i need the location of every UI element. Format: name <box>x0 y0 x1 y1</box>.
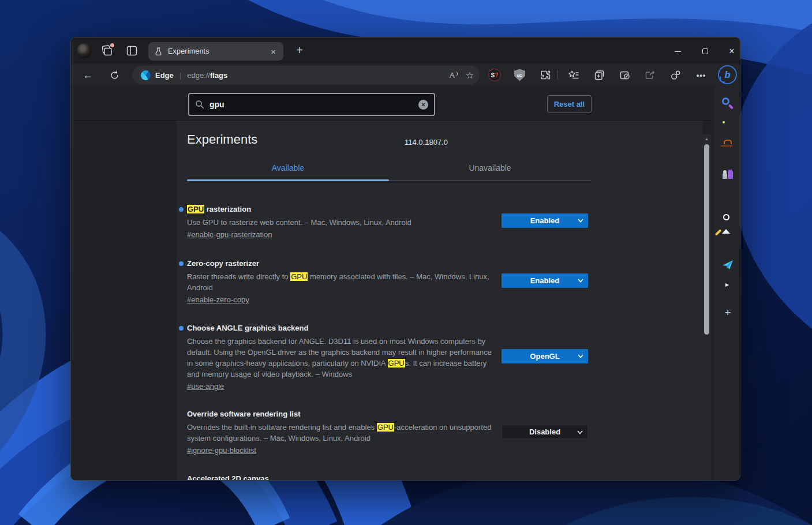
tab-close-icon[interactable]: × <box>269 47 278 56</box>
ublock-origin-icon[interactable]: uO <box>514 67 525 83</box>
flag-value-select[interactable]: Enabled <box>502 273 588 288</box>
browser-essentials-button[interactable] <box>667 67 684 83</box>
scrollbar-thumb[interactable] <box>704 144 709 335</box>
clear-search-icon[interactable]: × <box>418 100 428 110</box>
sidebar-outlook-icon[interactable] <box>714 210 740 227</box>
settings-more-button[interactable]: ••• <box>693 67 710 83</box>
tab-strip: Experiments × + × <box>71 38 740 64</box>
flag-permalink[interactable]: #enable-zero-copy <box>187 295 249 304</box>
tab-experiments[interactable]: Experiments × <box>148 42 283 61</box>
favorite-star-icon[interactable]: ☆ <box>466 70 474 81</box>
search-input[interactable] <box>209 100 418 109</box>
flag-title: Zero-copy rasterizer <box>187 258 493 269</box>
sidebar-drop-icon[interactable] <box>714 256 740 273</box>
window-maximize-button[interactable] <box>697 44 714 58</box>
sidebar-tools-icon[interactable] <box>714 141 740 158</box>
tab-unavailable[interactable]: Unavailable <box>389 163 591 172</box>
flag-permalink[interactable]: #use-angle <box>187 382 224 391</box>
unavailable-tab-underline <box>389 181 591 181</box>
chevron-down-icon <box>577 430 583 434</box>
reset-all-button[interactable]: Reset all <box>547 95 592 113</box>
sidebar-add-button[interactable]: + <box>714 304 740 321</box>
search-icon <box>195 100 204 109</box>
web-capture-button[interactable] <box>616 67 634 83</box>
sidebar-microsoft365-icon[interactable] <box>714 187 740 204</box>
flag-modified-dot <box>179 261 184 266</box>
toolbar-separator <box>557 70 558 80</box>
flag-description: Overrides the built-in software renderin… <box>187 422 493 444</box>
sidebar-shopping-icon[interactable] <box>714 118 740 135</box>
flag-description: Choose the graphics backend for ANGLE. D… <box>187 336 493 380</box>
browser-window: Experiments × + × ← Edge | edge:// <box>70 37 740 481</box>
edge-logo-icon <box>141 70 151 80</box>
flags-page: × Reset all Experiments 114.0.1807.0 Ava… <box>71 86 711 481</box>
workspaces-notification-dot <box>110 43 114 47</box>
flag-value-select[interactable]: OpenGL <box>502 349 588 363</box>
url-scheme: edge:// <box>187 71 210 80</box>
favorites-button[interactable] <box>565 67 582 83</box>
sidebar-search-icon[interactable] <box>714 95 740 112</box>
flags-content: Experiments 114.0.1807.0 Available Unava… <box>177 121 702 481</box>
flask-icon <box>154 47 163 56</box>
flag-title: GPU rasterization <box>187 204 493 215</box>
site-label: Edge <box>155 71 174 80</box>
flag-title: Choose ANGLE graphics backend <box>187 323 493 333</box>
profile-avatar[interactable] <box>77 43 92 58</box>
tab-title: Experiments <box>168 47 269 55</box>
share-button[interactable] <box>642 67 659 83</box>
address-separator: | <box>179 71 181 80</box>
flags-search-box[interactable]: × <box>188 93 435 116</box>
sidebar-youtube-icon[interactable] <box>714 279 740 297</box>
tab-actions-icon[interactable] <box>126 46 137 56</box>
page-title: Experiments <box>187 132 257 147</box>
scroll-up-icon[interactable]: ▲ <box>702 137 711 141</box>
chevron-down-icon <box>578 219 583 223</box>
chevron-down-icon <box>578 354 583 358</box>
desktop: Experiments × + × ← Edge | edge:// <box>0 0 812 525</box>
window-close-button[interactable]: × <box>723 44 740 58</box>
flag-title: Accelerated 2D canvas <box>187 474 493 481</box>
flag-title: Override software rendering list <box>187 409 493 419</box>
sidebar-image-creator-icon[interactable] <box>714 233 740 250</box>
flag-permalink[interactable]: #ignore-gpu-blocklist <box>187 446 256 455</box>
new-tab-button[interactable]: + <box>291 43 308 59</box>
read-aloud-icon[interactable]: A <box>450 71 458 80</box>
browser-version: 114.0.1807.0 <box>405 138 448 147</box>
browser-toolbar: ← Edge | edge:// flags A ☆ S? <box>71 64 740 86</box>
flag-description: Raster threads write directly to GPU mem… <box>187 271 493 293</box>
available-tab-underline <box>187 179 389 181</box>
flag-description: Use GPU to rasterize web content. – Mac,… <box>187 217 493 228</box>
tab-available[interactable]: Available <box>187 163 389 172</box>
refresh-button[interactable] <box>105 66 124 84</box>
flags-search-header: × Reset all <box>71 86 711 121</box>
page-scrollbar[interactable]: ▲ ▼ <box>702 134 711 481</box>
flag-modified-dot <box>179 207 184 212</box>
flag-value-select[interactable]: Enabled <box>502 213 588 228</box>
flag-value-select[interactable]: Disabled <box>502 425 588 439</box>
flag-modified-dot <box>179 326 184 331</box>
window-minimize-button[interactable] <box>669 44 686 58</box>
url-path: flags <box>210 71 227 80</box>
address-bar[interactable]: Edge | edge:// flags A ☆ <box>132 66 480 84</box>
collections-button[interactable] <box>591 67 608 83</box>
extensions-puzzle-icon[interactable] <box>540 67 551 83</box>
sidebar-games-icon[interactable] <box>714 164 740 181</box>
bing-chat-button[interactable]: b <box>718 65 737 84</box>
flag-permalink[interactable]: #enable-gpu-rasterization <box>187 230 272 239</box>
chevron-down-icon <box>578 279 583 283</box>
edge-sidebar-rail: + <box>714 86 740 481</box>
back-button[interactable]: ← <box>78 66 97 84</box>
extension-s-icon[interactable]: S? <box>488 67 501 83</box>
